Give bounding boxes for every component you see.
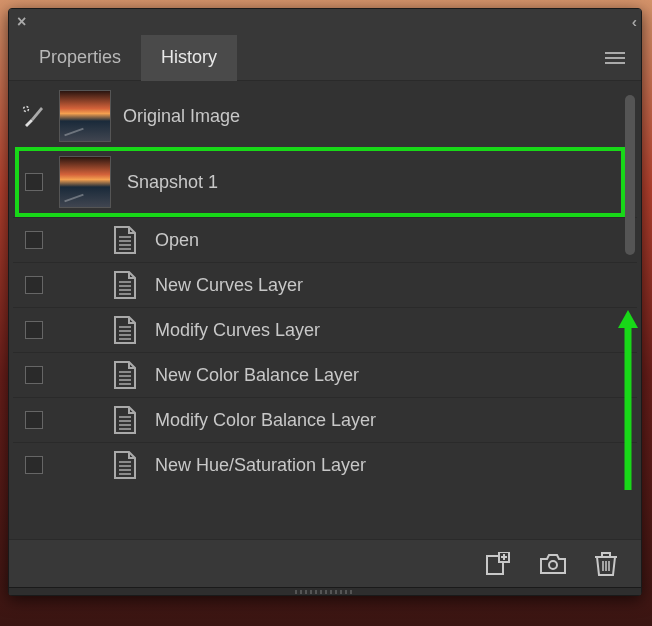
history-item[interactable]: Open bbox=[13, 217, 637, 262]
snapshot-thumbnail bbox=[59, 156, 111, 208]
history-list: Open New Curves Layer Modify Curves Laye… bbox=[13, 217, 637, 535]
svg-point-32 bbox=[549, 561, 557, 569]
camera-icon[interactable] bbox=[539, 553, 567, 575]
grip-lines-icon bbox=[295, 590, 355, 594]
history-snapshot-row[interactable]: Snapshot 1 bbox=[13, 147, 637, 217]
history-item[interactable]: New Curves Layer bbox=[13, 262, 637, 307]
new-document-icon[interactable] bbox=[485, 552, 511, 576]
history-item[interactable]: New Color Balance Layer bbox=[13, 352, 637, 397]
history-source-row[interactable]: Original Image bbox=[13, 85, 637, 147]
document-icon bbox=[111, 269, 139, 301]
document-icon bbox=[111, 449, 139, 481]
document-icon bbox=[111, 224, 139, 256]
tab-history[interactable]: History bbox=[141, 35, 237, 81]
close-icon[interactable]: × bbox=[17, 13, 26, 31]
history-item-label: New Hue/Saturation Layer bbox=[155, 455, 366, 476]
history-checkbox[interactable] bbox=[25, 456, 43, 474]
svg-point-3 bbox=[24, 107, 29, 112]
history-item[interactable]: Modify Color Balance Layer bbox=[13, 397, 637, 442]
tabs-row: Properties History bbox=[9, 35, 641, 81]
tab-properties[interactable]: Properties bbox=[19, 35, 141, 81]
history-checkbox[interactable] bbox=[25, 366, 43, 384]
history-item[interactable]: Modify Curves Layer bbox=[13, 307, 637, 352]
panel-header: × ‹‹ bbox=[9, 9, 641, 35]
panel-menu-icon[interactable] bbox=[599, 45, 631, 71]
snapshot-label: Snapshot 1 bbox=[127, 172, 218, 193]
collapse-icon[interactable]: ‹‹ bbox=[632, 14, 633, 30]
panel-footer bbox=[9, 539, 641, 587]
history-item[interactable]: New Hue/Saturation Layer bbox=[13, 442, 637, 487]
history-item-label: New Color Balance Layer bbox=[155, 365, 359, 386]
resize-grip[interactable] bbox=[9, 587, 641, 595]
history-checkbox[interactable] bbox=[25, 276, 43, 294]
snapshot-checkbox[interactable] bbox=[25, 173, 43, 191]
source-label: Original Image bbox=[123, 106, 240, 127]
history-item-label: Modify Curves Layer bbox=[155, 320, 320, 341]
history-brush-icon bbox=[21, 103, 47, 129]
history-panel: × ‹‹ Properties History Original I bbox=[8, 8, 642, 596]
history-item-label: New Curves Layer bbox=[155, 275, 303, 296]
history-checkbox[interactable] bbox=[25, 321, 43, 339]
document-icon bbox=[111, 314, 139, 346]
source-thumbnail bbox=[59, 90, 111, 142]
history-item-label: Open bbox=[155, 230, 199, 251]
document-icon bbox=[111, 404, 139, 436]
history-checkbox[interactable] bbox=[25, 231, 43, 249]
trash-icon[interactable] bbox=[595, 551, 617, 577]
history-checkbox[interactable] bbox=[25, 411, 43, 429]
history-item-label: Modify Color Balance Layer bbox=[155, 410, 376, 431]
document-icon bbox=[111, 359, 139, 391]
panel-content: Original Image Snapshot 1 Open bbox=[9, 81, 641, 539]
